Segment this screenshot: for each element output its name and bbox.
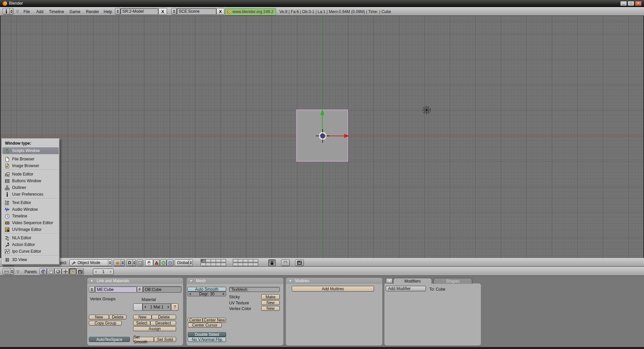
pivot-dropdown[interactable]: Ω	[126, 259, 136, 266]
menu-timeline[interactable]: Timeline	[49, 9, 64, 14]
texmesh-field[interactable]: TexMesh:	[229, 287, 280, 292]
panel-header[interactable]: ▼ Mesh	[186, 278, 283, 284]
layer-6[interactable]	[233, 259, 238, 262]
window-type-stepper[interactable]	[10, 268, 14, 275]
layer-16[interactable]	[233, 263, 238, 266]
copy-group-button[interactable]: Copy Group	[89, 321, 122, 326]
menu-help[interactable]: Help	[104, 9, 112, 14]
autotexspace-toggle[interactable]: AutoTexSpace	[89, 337, 130, 342]
close-button[interactable]: ×	[635, 1, 642, 6]
sticky-make-button[interactable]: Make	[261, 294, 280, 299]
panel-header[interactable]: ▼ Link and Materials	[87, 278, 183, 284]
auto-smooth-toggle[interactable]: Auto Smooth	[187, 287, 226, 292]
script-context-button[interactable]	[47, 268, 54, 275]
layer-11[interactable]	[201, 263, 206, 266]
layer-15[interactable]	[221, 263, 226, 266]
material-delete-button[interactable]: Delete	[152, 315, 176, 319]
menu-file[interactable]: File	[23, 9, 30, 14]
menu-item-nla-editor[interactable]: NLA Editor	[2, 235, 59, 241]
menu-item-3d-view[interactable]: 3D View	[2, 256, 59, 263]
translate-manipulator-button[interactable]	[153, 259, 160, 266]
move-centers-only-button[interactable]	[137, 259, 143, 266]
header-collapse-icon[interactable]: ▽	[16, 269, 19, 274]
panel-collapse-icon[interactable]: ▼	[289, 279, 292, 283]
menu-item-action-editor[interactable]: Action Editor	[2, 241, 59, 248]
vgroup-new-button[interactable]: New	[89, 315, 109, 319]
layer-2[interactable]	[206, 259, 211, 262]
viewport-3d[interactable]	[0, 16, 644, 258]
screen-delete-button[interactable]: X	[158, 8, 167, 15]
render-preview-button[interactable]	[295, 259, 304, 266]
layer-3[interactable]	[211, 259, 216, 262]
object-context-button[interactable]	[62, 268, 69, 275]
menu-panels[interactable]: Panels	[24, 269, 37, 274]
layer-5[interactable]	[221, 259, 226, 262]
material-index-stepper[interactable]: 1 Mat 1	[143, 303, 171, 311]
layer-19[interactable]	[248, 263, 253, 266]
scene-delete-button[interactable]: X	[216, 8, 224, 15]
header-collapse-icon[interactable]: ▽	[16, 9, 19, 14]
panel-collapse-icon[interactable]: ▼	[90, 279, 93, 283]
layer-8[interactable]	[243, 259, 248, 262]
material-help-button[interactable]: ?	[171, 303, 178, 311]
window-type-stepper[interactable]	[9, 8, 13, 14]
menu-render[interactable]: Render	[86, 9, 99, 14]
tab-modifiers[interactable]: Modifiers	[393, 278, 432, 284]
tab-shapes[interactable]: Shapes	[433, 278, 472, 284]
layer-14[interactable]	[216, 263, 221, 266]
shading-context-button[interactable]	[54, 268, 62, 275]
add-modifier-button[interactable]: Add Modifier	[386, 286, 426, 291]
deselect-button[interactable]: Deselect	[150, 321, 176, 326]
mode-dropdown[interactable]: Object Mode	[69, 259, 112, 266]
layer-4[interactable]	[216, 259, 221, 262]
scene-context-button[interactable]	[76, 268, 84, 275]
set-solid-button[interactable]: Set Solid	[154, 337, 176, 342]
layer-9[interactable]	[248, 259, 253, 262]
menu-item-buttons-window[interactable]: Buttons Window	[2, 178, 59, 184]
vertex-color-new-button[interactable]: New	[261, 306, 280, 311]
orientation-dropdown[interactable]: Global	[175, 259, 193, 266]
mesh-browse-stepper[interactable]	[89, 286, 95, 293]
menu-item-image-browser[interactable]: Image Browser	[2, 162, 59, 169]
center-cursor-button[interactable]: Center Cursor	[188, 323, 222, 328]
panel-header[interactable]: ▼ Multires	[286, 278, 382, 284]
double-sided-toggle[interactable]: Double Sided	[188, 332, 226, 337]
panel-collapse-button[interactable]: ▼	[386, 278, 393, 284]
add-multires-button[interactable]: Add Multires	[292, 286, 374, 292]
menu-add[interactable]: Add	[36, 9, 43, 14]
version-badge[interactable]: www.blender.org 249.2	[225, 8, 276, 15]
layer-buttons-group-2[interactable]	[233, 259, 262, 266]
lock-layers-button[interactable]	[268, 259, 276, 266]
layer-10[interactable]	[253, 259, 258, 262]
draw-type-stepper[interactable]	[121, 260, 124, 266]
layer-20[interactable]	[253, 263, 258, 266]
menu-item-timeline[interactable]: Timeline	[2, 213, 59, 219]
degrees-stepper[interactable]: Degr: 30	[187, 292, 226, 296]
mat-next-icon[interactable]	[168, 306, 169, 308]
select-button[interactable]: Select	[133, 321, 150, 326]
scene-name-field[interactable]: SCE:Scene	[177, 8, 216, 15]
menu-item-audio-window[interactable]: Audio Window	[2, 206, 59, 213]
menu-item-ipo-curve-editor[interactable]: Ipo Curve Editor	[2, 248, 59, 255]
menu-item-video-sequence-editor[interactable]: Video Sequence Editor	[2, 219, 59, 226]
material-preview-swatch[interactable]	[133, 303, 143, 311]
panel-collapse-icon[interactable]: ▼	[190, 279, 193, 283]
mode-stepper[interactable]	[108, 260, 112, 266]
degr-next-icon[interactable]	[223, 293, 224, 295]
center-button[interactable]: Center	[188, 318, 203, 322]
vgroup-delete-button[interactable]: Delete	[109, 315, 126, 319]
manipulator-toggle-button[interactable]	[145, 259, 153, 266]
material-new-button[interactable]: New	[133, 315, 152, 319]
layer-18[interactable]	[243, 263, 248, 266]
rotate-manipulator-button[interactable]	[160, 259, 167, 266]
pivot-stepper[interactable]	[132, 260, 136, 266]
no-vnormal-flip-toggle[interactable]: No V.Normal Flip	[188, 337, 226, 342]
layer-7[interactable]	[238, 259, 243, 262]
object-name-field[interactable]: OB:Cube	[143, 286, 181, 293]
layer-13[interactable]	[211, 263, 216, 266]
screen-name-field[interactable]: SR:2-Model	[120, 8, 158, 15]
menu-game[interactable]: Game	[69, 9, 80, 14]
editing-context-button[interactable]	[69, 268, 76, 275]
minimize-button[interactable]: _	[620, 1, 627, 6]
scene-browse-stepper[interactable]	[171, 8, 177, 15]
